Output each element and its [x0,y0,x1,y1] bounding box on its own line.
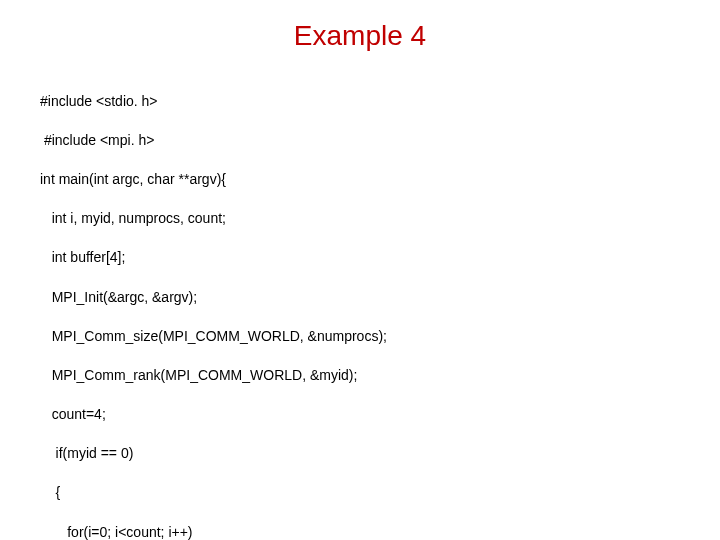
code-line: if(myid == 0) [40,444,680,464]
code-line: for(i=0; i<count; i++) [40,523,680,540]
code-line: MPI_Init(&argc, &argv); [40,288,680,308]
slide-title: Example 4 [40,20,680,52]
code-line: int buffer[4]; [40,248,680,268]
code-line: { [40,483,680,503]
code-line: #include <stdio. h> [40,92,680,112]
code-line: #include <mpi. h> [40,131,680,151]
code-line: int i, myid, numprocs, count; [40,209,680,229]
code-block: #include <stdio. h> #include <mpi. h> in… [40,72,680,540]
code-line: MPI_Comm_rank(MPI_COMM_WORLD, &myid); [40,366,680,386]
code-line: count=4; [40,405,680,425]
code-line: int main(int argc, char **argv){ [40,170,680,190]
code-line: MPI_Comm_size(MPI_COMM_WORLD, &numprocs)… [40,327,680,347]
